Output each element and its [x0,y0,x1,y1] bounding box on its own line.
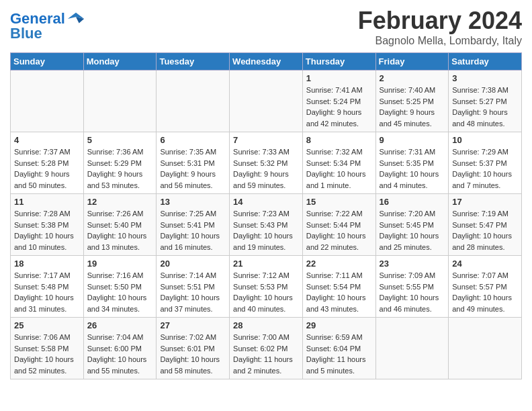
sunrise-text: Sunrise: 7:09 AM [380,270,445,281]
cell-info: Sunrise: 7:22 AMSunset: 5:44 PMDaylight:… [306,208,372,253]
sunset-text: Sunset: 5:58 PM [14,343,80,355]
cell-info: Sunrise: 7:28 AMSunset: 5:38 PMDaylight:… [14,208,80,253]
daylight-value: Daylight: 10 hours and 4 minutes. [380,170,439,189]
calendar-cell: 26Sunrise: 7:04 AMSunset: 6:00 PMDayligh… [83,318,157,379]
daylight-value: Daylight: 9 hours and 56 minutes. [160,170,216,189]
day-number: 8 [306,135,372,145]
cell-info: Sunrise: 7:02 AMSunset: 6:01 PMDaylight:… [160,332,226,376]
calendar-cell: 21Sunrise: 7:12 AMSunset: 5:53 PMDayligh… [230,256,303,318]
sunrise-text: Sunrise: 7:32 AM [306,146,372,158]
sunrise-text: Sunrise: 7:41 AM [306,85,372,96]
day-number: 20 [160,259,226,269]
daylight-value: Daylight: 10 hours and 40 minutes. [233,293,293,313]
cell-info: Sunrise: 7:12 AMSunset: 5:53 PMDaylight:… [233,270,299,314]
calendar-cell: 12Sunrise: 7:26 AMSunset: 5:40 PMDayligh… [83,194,157,256]
calendar-cell: 6Sunrise: 7:35 AMSunset: 5:31 PMDaylight… [157,132,230,194]
day-number: 13 [160,197,226,207]
calendar-cell [449,318,522,379]
weekday-header: Sunday [11,53,84,71]
title-area: February 2024 Bagnolo Mella, Lombardy, I… [358,7,522,47]
location-title: Bagnolo Mella, Lombardy, Italy [358,35,522,47]
day-number: 7 [233,135,299,145]
day-number: 26 [87,320,153,330]
day-number: 18 [14,259,80,269]
cell-info: Sunrise: 7:33 AMSunset: 5:32 PMDaylight:… [233,146,299,191]
sunset-text: Sunset: 6:01 PM [160,343,226,355]
day-number: 4 [14,135,80,145]
daylight-value: Daylight: 10 hours and 1 minute. [306,170,366,189]
day-number: 25 [14,320,80,330]
calendar-cell: 18Sunrise: 7:17 AMSunset: 5:48 PMDayligh… [11,256,84,318]
sunset-text: Sunset: 5:37 PM [452,158,518,169]
sunrise-text: Sunrise: 7:28 AM [14,208,80,220]
daylight-value: Daylight: 10 hours and 7 minutes. [452,170,512,189]
cell-info: Sunrise: 7:38 AMSunset: 5:27 PMDaylight:… [452,85,518,129]
day-number: 28 [233,320,299,330]
day-number: 1 [306,73,372,83]
cell-info: Sunrise: 7:36 AMSunset: 5:29 PMDaylight:… [87,146,153,191]
month-title: February 2024 [358,7,522,35]
day-number: 29 [306,320,372,330]
sunset-text: Sunset: 6:02 PM [233,343,299,355]
sunrise-text: Sunrise: 7:31 AM [380,146,445,158]
daylight-value: Daylight: 9 hours and 48 minutes. [452,108,508,128]
calendar-cell: 3Sunrise: 7:38 AMSunset: 5:27 PMDaylight… [449,71,522,132]
calendar-week-row: 4Sunrise: 7:37 AMSunset: 5:28 PMDaylight… [11,132,522,194]
cell-info: Sunrise: 7:41 AMSunset: 5:24 PMDaylight:… [306,85,372,129]
calendar-cell: 29Sunrise: 6:59 AMSunset: 6:04 PMDayligh… [302,318,375,379]
daylight-value: Daylight: 11 hours and 5 minutes. [306,355,366,375]
daylight-value: Daylight: 10 hours and 49 minutes. [452,293,512,313]
calendar-cell: 7Sunrise: 7:33 AMSunset: 5:32 PMDaylight… [230,132,303,194]
sunset-text: Sunset: 6:00 PM [87,343,153,355]
sunset-text: Sunset: 5:44 PM [306,220,372,231]
sunset-text: Sunset: 5:51 PM [160,281,226,293]
day-number: 11 [14,197,80,207]
sunset-text: Sunset: 5:45 PM [380,220,445,231]
sunset-text: Sunset: 5:27 PM [452,96,518,107]
daylight-value: Daylight: 10 hours and 58 minutes. [160,355,220,375]
sunset-text: Sunset: 5:38 PM [14,220,80,231]
logo-text-blue: Blue [10,25,42,42]
sunset-text: Sunset: 5:35 PM [380,158,445,169]
calendar-cell [230,71,303,132]
sunset-text: Sunset: 5:57 PM [452,281,518,293]
sunrise-text: Sunrise: 7:40 AM [380,85,445,96]
calendar-cell: 13Sunrise: 7:25 AMSunset: 5:41 PMDayligh… [157,194,230,256]
sunrise-text: Sunrise: 7:20 AM [380,208,445,220]
day-number: 2 [380,73,445,83]
cell-info: Sunrise: 7:20 AMSunset: 5:45 PMDaylight:… [380,208,445,253]
day-number: 21 [233,259,299,269]
sunset-text: Sunset: 5:28 PM [14,158,80,169]
day-number: 19 [87,259,153,269]
daylight-value: Daylight: 10 hours and 31 minutes. [14,293,74,313]
calendar-cell: 4Sunrise: 7:37 AMSunset: 5:28 PMDaylight… [11,132,84,194]
daylight-value: Daylight: 10 hours and 43 minutes. [306,293,366,313]
sunrise-text: Sunrise: 7:00 AM [233,332,299,343]
daylight-value: Daylight: 10 hours and 52 minutes. [14,355,74,375]
calendar-cell: 11Sunrise: 7:28 AMSunset: 5:38 PMDayligh… [11,194,84,256]
cell-info: Sunrise: 7:25 AMSunset: 5:41 PMDaylight:… [160,208,226,253]
daylight-value: Daylight: 9 hours and 53 minutes. [87,170,143,189]
cell-info: Sunrise: 7:16 AMSunset: 5:50 PMDaylight:… [87,270,153,314]
day-number: 5 [87,135,153,145]
calendar-cell: 23Sunrise: 7:09 AMSunset: 5:55 PMDayligh… [375,256,449,318]
weekday-header: Wednesday [230,53,303,71]
cell-info: Sunrise: 7:04 AMSunset: 6:00 PMDaylight:… [87,332,153,376]
sunrise-text: Sunrise: 7:16 AM [87,270,153,281]
day-number: 9 [380,135,445,145]
daylight-value: Daylight: 10 hours and 13 minutes. [87,232,147,251]
sunrise-text: Sunrise: 7:29 AM [452,146,518,158]
svg-marker-0 [68,13,84,19]
logo: General Blue [10,9,85,42]
sunrise-text: Sunrise: 7:19 AM [452,208,518,220]
cell-info: Sunrise: 6:59 AMSunset: 6:04 PMDaylight:… [306,332,372,376]
calendar-cell: 8Sunrise: 7:32 AMSunset: 5:34 PMDaylight… [302,132,375,194]
sunset-text: Sunset: 5:47 PM [452,220,518,231]
daylight-value: Daylight: 11 hours and 2 minutes. [233,355,293,375]
daylight-value: Daylight: 10 hours and 16 minutes. [160,232,220,251]
sunrise-text: Sunrise: 7:23 AM [233,208,299,220]
sunset-text: Sunset: 5:31 PM [160,158,226,169]
sunset-text: Sunset: 5:54 PM [306,281,372,293]
calendar-cell: 28Sunrise: 7:00 AMSunset: 6:02 PMDayligh… [230,318,303,379]
weekday-header-row: SundayMondayTuesdayWednesdayThursdayFrid… [11,53,522,71]
